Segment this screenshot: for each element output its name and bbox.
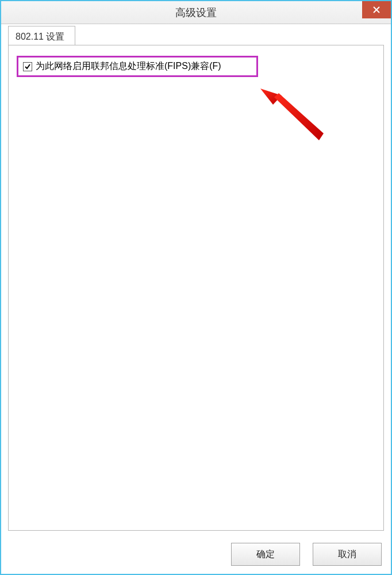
- fips-checkbox[interactable]: [23, 62, 32, 71]
- fips-checkbox-label: 为此网络启用联邦信息处理标准(FIPS)兼容(F): [36, 60, 221, 72]
- tab-container: 802.11 设置 为此网络启用联邦信息处理标准(FIPS)兼容(F): [8, 25, 384, 531]
- cancel-button-label: 取消: [338, 549, 356, 561]
- close-icon: [372, 6, 381, 14]
- ok-button-label: 确定: [256, 549, 275, 561]
- tab-label: 802.11 设置: [16, 32, 64, 41]
- svg-marker-3: [274, 93, 324, 140]
- client-area: 802.11 设置 为此网络启用联邦信息处理标准(FIPS)兼容(F): [8, 25, 384, 531]
- tab-header: 802.11 设置: [8, 25, 384, 45]
- svg-marker-2: [260, 89, 282, 105]
- check-icon: [24, 63, 31, 70]
- annotation-arrow-icon: [250, 83, 342, 152]
- window-title: 高级设置: [175, 6, 217, 20]
- tab-panel: 为此网络启用联邦信息处理标准(FIPS)兼容(F): [8, 45, 384, 531]
- close-button[interactable]: [362, 1, 391, 18]
- button-row: 确定 取消: [231, 543, 382, 566]
- dialog-window: 高级设置 802.11 设置: [0, 0, 392, 575]
- cancel-button[interactable]: 取消: [313, 543, 382, 566]
- titlebar: 高级设置: [1, 1, 391, 24]
- annotation-highlight-box: 为此网络启用联邦信息处理标准(FIPS)兼容(F): [17, 56, 258, 77]
- ok-button[interactable]: 确定: [231, 543, 300, 566]
